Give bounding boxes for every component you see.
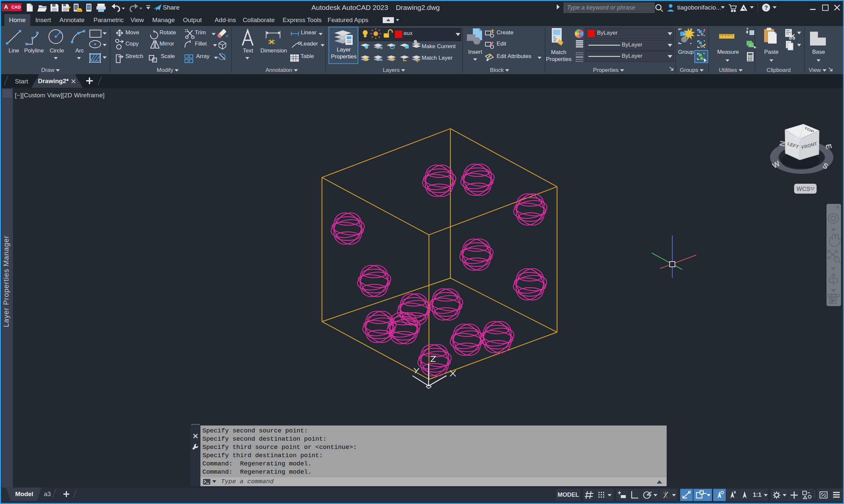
svg-text:[−][Custom View][2D Wireframe]: [−][Custom View][2D Wireframe]: [15, 92, 105, 98]
svg-text:WCS: WCS: [796, 186, 810, 192]
svg-text:E: E: [824, 143, 834, 150]
